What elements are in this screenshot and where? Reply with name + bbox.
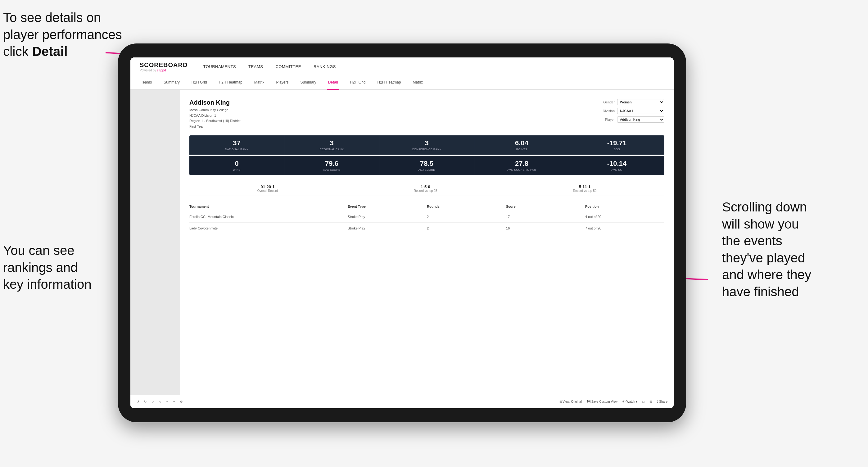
player-college: Mesa Community College (189, 108, 228, 112)
main-content: Addison King Mesa Community College NJCA… (180, 90, 674, 395)
table-row: Estella CC- Mountain Classic Stroke Play… (189, 211, 664, 223)
refresh-btn[interactable]: ⊙ (180, 400, 183, 403)
top-nav: SCOREBOARD Powered by clippd TOURNAMENTS… (130, 57, 674, 76)
col-rounds: Rounds (427, 205, 506, 208)
tab-h2h-heatmap[interactable]: H2H Heatmap (218, 76, 244, 90)
stat-cell: 6.04Points (474, 135, 569, 155)
player-name: Addison King (189, 99, 240, 106)
tab-h2h-grid2[interactable]: H2H Grid (349, 76, 367, 90)
player-control: Player Addison King (596, 117, 664, 123)
tab-summary[interactable]: Summary (162, 76, 181, 90)
player-controls: Gender Women Division NJCAA I (596, 99, 664, 129)
player-info: Addison King Mesa Community College NJCA… (189, 99, 240, 129)
tab-h2h-grid[interactable]: H2H Grid (190, 76, 208, 90)
player-year: First Year (189, 125, 204, 128)
tab-players[interactable]: Players (275, 76, 290, 90)
stat-cell-2: -10.14Avg SG (569, 156, 664, 175)
player-select[interactable]: Addison King (617, 117, 664, 123)
view-original-btn[interactable]: ⊞ View: Original (559, 400, 582, 403)
col-score: Score (506, 205, 585, 208)
record-item: 91-20-1Overall Record (257, 184, 278, 192)
table-header: Tournament Event Type Rounds Score Posit… (189, 202, 664, 211)
powered-by: Powered by clippd (140, 69, 187, 72)
col-tournament: Tournament (189, 205, 348, 208)
gender-select[interactable]: Women (617, 99, 664, 105)
annotation-right: Scrolling down will show you the events … (722, 199, 859, 301)
nav-teams[interactable]: TEAMS (248, 64, 263, 69)
redo-btn[interactable]: ↻ (144, 400, 147, 403)
annotation-bottom-left: You can see rankings and key information (3, 242, 121, 293)
left-panel (130, 90, 180, 395)
tab-teams[interactable]: Teams (140, 76, 153, 90)
col-position: Position (585, 205, 664, 208)
player-label: Player (596, 118, 615, 121)
tab-matrix2[interactable]: Matrix (412, 76, 424, 90)
player-header: Addison King Mesa Community College NJCA… (189, 99, 664, 129)
tablet-screen: SCOREBOARD Powered by clippd TOURNAMENTS… (130, 57, 674, 408)
tab-summary2[interactable]: Summary (299, 76, 317, 90)
collapse-btn[interactable]: ⤡ (159, 400, 161, 403)
nav-rankings[interactable]: RANKINGS (314, 64, 336, 69)
nav-committee[interactable]: COMMITTEE (275, 64, 301, 69)
player-division: NJCAA Division 1 (189, 114, 216, 117)
division-label: Division (596, 109, 615, 113)
record-item: 5-11-1Record vs top 50 (573, 184, 597, 192)
scoreboard-logo: SCOREBOARD Powered by clippd (140, 61, 187, 72)
plus-btn[interactable]: + (173, 400, 175, 403)
undo-btn[interactable]: ↺ (136, 400, 139, 403)
share-btn[interactable]: ⤴ Share (657, 400, 668, 403)
stat-cell-2: 79.6Avg Score (284, 156, 379, 175)
stats-grid-row2: 0Wins79.6Avg Score78.5Adj Score27.8Avg S… (189, 156, 664, 175)
stat-cell-2: 78.5Adj Score (379, 156, 474, 175)
tournament-table: Tournament Event Type Rounds Score Posit… (189, 202, 664, 234)
division-control: Division NJCAA I (596, 108, 664, 114)
tab-h2h-heatmap2[interactable]: H2H Heatmap (376, 76, 402, 90)
annotation-top-left: To see details on player performances cl… (3, 9, 127, 60)
logo-text: SCOREBOARD (140, 61, 187, 69)
tab-detail[interactable]: Detail (327, 76, 340, 90)
screen-btn[interactable]: □ (642, 400, 644, 403)
gender-label: Gender (596, 100, 615, 104)
col-event-type: Event Type (348, 205, 427, 208)
table-row: Lady Coyote Invite Stroke Play 2 16 7 ou… (189, 223, 664, 234)
watch-btn[interactable]: 👁 Watch ▾ (622, 400, 638, 403)
expand-btn[interactable]: ⤢ (152, 400, 154, 403)
grid-btn[interactable]: ⊞ (649, 400, 652, 403)
main-nav[interactable]: TOURNAMENTS TEAMS COMMITTEE RANKINGS (203, 64, 336, 69)
stat-cell: -19.71SoS (569, 135, 664, 155)
stat-cell-2: 0Wins (189, 156, 284, 175)
tab-matrix[interactable]: Matrix (253, 76, 266, 90)
bottom-toolbar: ↺ ↻ ⤢ ⤡ − + ⊙ ⊞ View: Original 💾 Save Cu… (130, 395, 674, 408)
stat-cell: 3Conference Rank (379, 135, 474, 155)
sub-nav: Teams Summary H2H Grid H2H Heatmap Matri… (130, 76, 674, 90)
player-region: Region 1 - Southwest (18) District (189, 119, 240, 123)
stat-cell: 3Regional Rank (284, 135, 379, 155)
table-rows: Estella CC- Mountain Classic Stroke Play… (189, 211, 664, 234)
stat-cell-2: 27.8Avg Score to Par (474, 156, 569, 175)
record-item: 1-5-0Record vs top 25 (414, 184, 437, 192)
gender-control: Gender Women (596, 99, 664, 105)
stat-cell: 37National Rank (189, 135, 284, 155)
tablet-frame: SCOREBOARD Powered by clippd TOURNAMENTS… (118, 43, 686, 422)
stats-grid-row1: 37National Rank3Regional Rank3Conference… (189, 135, 664, 155)
nav-tournaments[interactable]: TOURNAMENTS (203, 64, 236, 69)
minus-btn[interactable]: − (166, 400, 168, 403)
division-select[interactable]: NJCAA I (617, 108, 664, 114)
records-row: 91-20-1Overall Record1-5-0Record vs top … (189, 181, 664, 196)
save-custom-view-btn[interactable]: 💾 Save Custom View (587, 400, 617, 403)
content-area: Addison King Mesa Community College NJCA… (130, 90, 674, 395)
